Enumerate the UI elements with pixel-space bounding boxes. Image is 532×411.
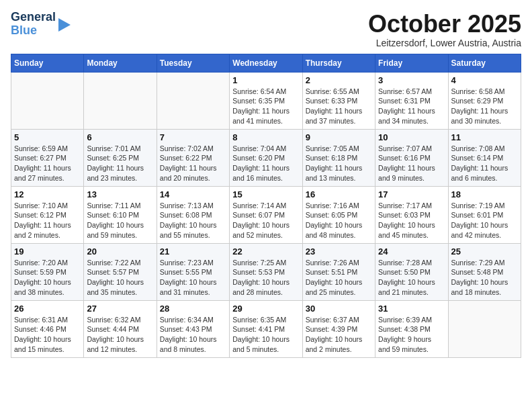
weekday-header-friday: Friday [375, 54, 448, 72]
calendar-cell [84, 72, 157, 129]
calendar-cell: 20Sunrise: 7:22 AM Sunset: 5:57 PM Dayli… [84, 243, 157, 300]
day-info: Sunrise: 7:17 AM Sunset: 6:03 PM Dayligh… [378, 201, 445, 240]
day-info: Sunrise: 7:25 AM Sunset: 5:53 PM Dayligh… [232, 258, 299, 298]
day-info: Sunrise: 7:13 AM Sunset: 6:08 PM Dayligh… [160, 201, 226, 240]
calendar-cell: 6Sunrise: 7:01 AM Sunset: 6:25 PM Daylig… [84, 129, 157, 186]
day-info: Sunrise: 7:19 AM Sunset: 6:01 PM Dayligh… [451, 201, 518, 240]
day-info: Sunrise: 6:31 AM Sunset: 4:46 PM Dayligh… [14, 315, 81, 355]
weekday-header-wednesday: Wednesday [230, 54, 302, 72]
day-number: 26 [14, 304, 81, 314]
day-number: 2 [306, 75, 372, 85]
logo: GeneralBlue [11, 11, 71, 38]
day-info: Sunrise: 6:39 AM Sunset: 4:38 PM Dayligh… [378, 315, 445, 355]
title-block: October 2025 Leitzersdorf, Lower Austria… [368, 11, 521, 48]
calendar-cell: 15Sunrise: 7:14 AM Sunset: 6:07 PM Dayli… [230, 186, 302, 243]
day-info: Sunrise: 7:11 AM Sunset: 6:10 PM Dayligh… [87, 201, 153, 240]
calendar-cell: 13Sunrise: 7:11 AM Sunset: 6:10 PM Dayli… [84, 186, 157, 243]
day-info: Sunrise: 6:54 AM Sunset: 6:35 PM Dayligh… [232, 87, 299, 126]
day-number: 21 [160, 246, 226, 257]
day-info: Sunrise: 6:37 AM Sunset: 4:39 PM Dayligh… [306, 315, 372, 355]
day-number: 1 [232, 75, 299, 85]
day-info: Sunrise: 7:10 AM Sunset: 6:12 PM Dayligh… [14, 201, 81, 240]
calendar-week-row: 1Sunrise: 6:54 AM Sunset: 6:35 PM Daylig… [11, 72, 521, 129]
weekday-header-saturday: Saturday [448, 54, 521, 72]
calendar-cell [157, 72, 229, 129]
day-info: Sunrise: 7:16 AM Sunset: 6:05 PM Dayligh… [306, 201, 372, 240]
day-number: 11 [451, 132, 518, 142]
day-info: Sunrise: 6:59 AM Sunset: 6:27 PM Dayligh… [14, 144, 81, 183]
day-info: Sunrise: 7:01 AM Sunset: 6:25 PM Dayligh… [87, 144, 153, 183]
calendar-cell: 7Sunrise: 7:02 AM Sunset: 6:22 PM Daylig… [157, 129, 229, 186]
day-info: Sunrise: 6:55 AM Sunset: 6:33 PM Dayligh… [306, 87, 372, 126]
day-info: Sunrise: 7:20 AM Sunset: 5:59 PM Dayligh… [14, 258, 81, 298]
day-info: Sunrise: 7:07 AM Sunset: 6:16 PM Dayligh… [378, 144, 445, 183]
weekday-header-monday: Monday [84, 54, 157, 72]
day-number: 27 [87, 304, 153, 314]
calendar-cell: 8Sunrise: 7:04 AM Sunset: 6:20 PM Daylig… [230, 129, 302, 186]
day-number: 10 [378, 132, 445, 142]
calendar-week-row: 5Sunrise: 6:59 AM Sunset: 6:27 PM Daylig… [11, 129, 521, 186]
calendar-week-row: 12Sunrise: 7:10 AM Sunset: 6:12 PM Dayli… [11, 186, 521, 243]
calendar-cell: 24Sunrise: 7:28 AM Sunset: 5:50 PM Dayli… [375, 243, 448, 300]
day-number: 19 [14, 246, 81, 257]
day-number: 5 [14, 132, 81, 142]
weekday-header-thursday: Thursday [302, 54, 375, 72]
day-info: Sunrise: 7:05 AM Sunset: 6:18 PM Dayligh… [306, 144, 372, 183]
day-number: 3 [378, 75, 445, 85]
day-number: 16 [306, 189, 372, 199]
calendar-cell [11, 72, 84, 129]
day-info: Sunrise: 6:58 AM Sunset: 6:29 PM Dayligh… [451, 87, 518, 126]
day-number: 25 [451, 246, 518, 257]
day-info: Sunrise: 6:35 AM Sunset: 4:41 PM Dayligh… [232, 315, 299, 355]
day-info: Sunrise: 7:23 AM Sunset: 5:55 PM Dayligh… [160, 258, 226, 298]
calendar-week-row: 26Sunrise: 6:31 AM Sunset: 4:46 PM Dayli… [11, 300, 521, 357]
calendar-table: SundayMondayTuesdayWednesdayThursdayFrid… [11, 54, 521, 358]
day-number: 20 [87, 246, 153, 257]
calendar-cell: 21Sunrise: 7:23 AM Sunset: 5:55 PM Dayli… [157, 243, 229, 300]
day-info: Sunrise: 6:32 AM Sunset: 4:44 PM Dayligh… [87, 315, 153, 355]
day-number: 4 [451, 75, 518, 85]
day-info: Sunrise: 7:08 AM Sunset: 6:14 PM Dayligh… [451, 144, 518, 183]
calendar-cell: 26Sunrise: 6:31 AM Sunset: 4:46 PM Dayli… [11, 300, 84, 357]
calendar-cell: 9Sunrise: 7:05 AM Sunset: 6:18 PM Daylig… [302, 129, 375, 186]
calendar-cell: 19Sunrise: 7:20 AM Sunset: 5:59 PM Dayli… [11, 243, 84, 300]
day-number: 30 [306, 304, 372, 314]
calendar-cell: 23Sunrise: 7:26 AM Sunset: 5:51 PM Dayli… [302, 243, 375, 300]
calendar-cell: 28Sunrise: 6:34 AM Sunset: 4:43 PM Dayli… [157, 300, 229, 357]
calendar-cell: 10Sunrise: 7:07 AM Sunset: 6:16 PM Dayli… [375, 129, 448, 186]
day-info: Sunrise: 7:14 AM Sunset: 6:07 PM Dayligh… [232, 201, 299, 240]
day-info: Sunrise: 7:28 AM Sunset: 5:50 PM Dayligh… [378, 258, 445, 298]
day-info: Sunrise: 6:34 AM Sunset: 4:43 PM Dayligh… [160, 315, 226, 355]
day-number: 13 [87, 189, 153, 199]
day-info: Sunrise: 6:57 AM Sunset: 6:31 PM Dayligh… [378, 87, 445, 126]
day-number: 8 [232, 132, 299, 142]
calendar-cell: 1Sunrise: 6:54 AM Sunset: 6:35 PM Daylig… [230, 72, 302, 129]
day-number: 7 [160, 132, 226, 142]
calendar-cell: 16Sunrise: 7:16 AM Sunset: 6:05 PM Dayli… [302, 186, 375, 243]
calendar-cell: 27Sunrise: 6:32 AM Sunset: 4:44 PM Dayli… [84, 300, 157, 357]
day-number: 28 [160, 304, 226, 314]
calendar-cell: 11Sunrise: 7:08 AM Sunset: 6:14 PM Dayli… [448, 129, 521, 186]
month-title: October 2025 [368, 11, 521, 38]
day-number: 17 [378, 189, 445, 199]
calendar-cell: 18Sunrise: 7:19 AM Sunset: 6:01 PM Dayli… [448, 186, 521, 243]
day-number: 29 [232, 304, 299, 314]
location-subtitle: Leitzersdorf, Lower Austria, Austria [368, 38, 521, 48]
day-number: 22 [232, 246, 299, 257]
day-info: Sunrise: 7:22 AM Sunset: 5:57 PM Dayligh… [87, 258, 153, 298]
day-number: 31 [378, 304, 445, 314]
calendar-cell: 2Sunrise: 6:55 AM Sunset: 6:33 PM Daylig… [302, 72, 375, 129]
logo-text: GeneralBlue [11, 11, 56, 38]
calendar-cell: 5Sunrise: 6:59 AM Sunset: 6:27 PM Daylig… [11, 129, 84, 186]
day-number: 6 [87, 132, 153, 142]
page-header: GeneralBlue October 2025 Leitzersdorf, L… [11, 11, 521, 48]
calendar-cell: 3Sunrise: 6:57 AM Sunset: 6:31 PM Daylig… [375, 72, 448, 129]
day-number: 24 [378, 246, 445, 257]
calendar-cell: 12Sunrise: 7:10 AM Sunset: 6:12 PM Dayli… [11, 186, 84, 243]
day-number: 12 [14, 189, 81, 199]
calendar-cell: 30Sunrise: 6:37 AM Sunset: 4:39 PM Dayli… [302, 300, 375, 357]
day-number: 18 [451, 189, 518, 199]
day-info: Sunrise: 7:02 AM Sunset: 6:22 PM Dayligh… [160, 144, 226, 183]
calendar-cell: 22Sunrise: 7:25 AM Sunset: 5:53 PM Dayli… [230, 243, 302, 300]
calendar-cell [448, 300, 521, 357]
